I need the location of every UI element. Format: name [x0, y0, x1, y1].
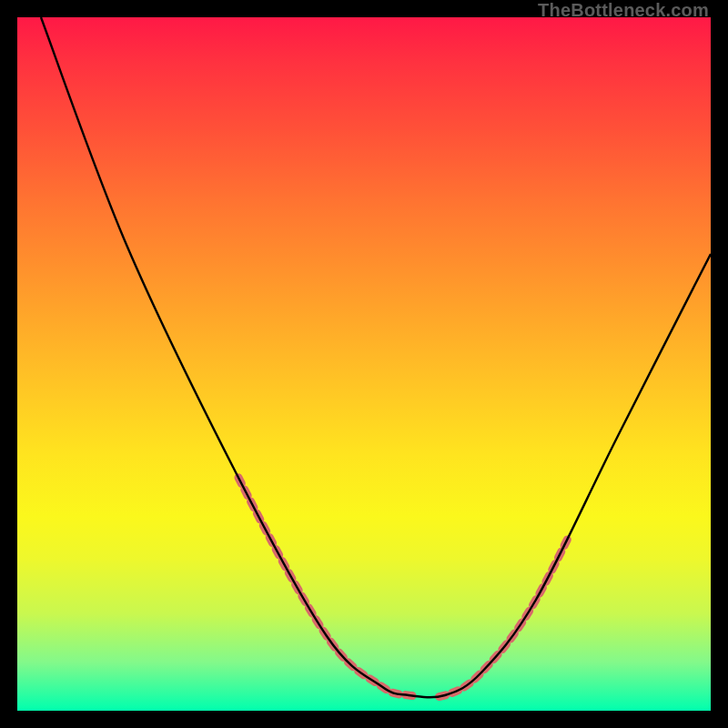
chart-curve [41, 17, 711, 697]
chart-frame: TheBottleneck.com [0, 0, 728, 728]
chart-highlight-dashes [238, 478, 567, 697]
chart-canvas [17, 17, 711, 711]
chart-plot-area [17, 17, 711, 711]
watermark-text: TheBottleneck.com [538, 0, 709, 21]
